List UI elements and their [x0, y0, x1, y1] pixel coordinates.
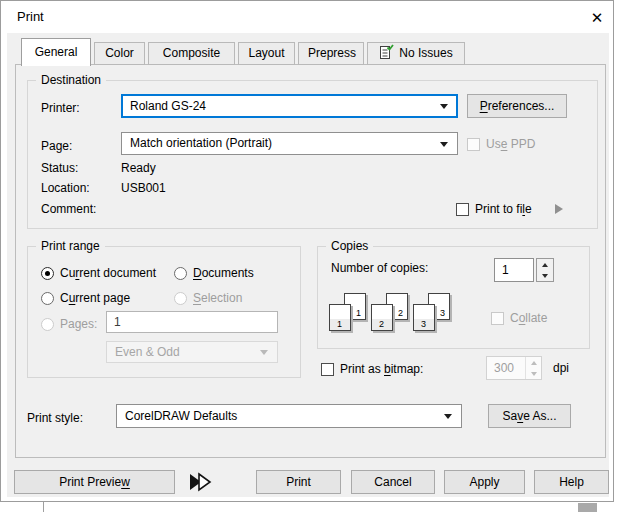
- close-icon[interactable]: ✕: [585, 6, 609, 30]
- tab-no-issues[interactable]: No Issues: [367, 42, 465, 65]
- radio-documents[interactable]: Documents: [174, 265, 254, 281]
- radio-dot: [174, 292, 187, 305]
- cancel-button[interactable]: Cancel: [351, 470, 435, 494]
- copies-legend: Copies: [326, 239, 373, 253]
- status-label: Status:: [41, 161, 78, 175]
- page-label: Page:: [41, 139, 72, 153]
- number-of-copies-label: Number of copies:: [331, 261, 428, 275]
- radio-dot[interactable]: [41, 267, 54, 280]
- chevron-down-icon: [260, 350, 268, 359]
- radio-dot[interactable]: [41, 292, 54, 305]
- help-button[interactable]: Help: [534, 470, 609, 494]
- print-to-file-checkbox[interactable]: Print to file: [456, 201, 532, 217]
- background-window-fragment: [578, 503, 597, 512]
- checkbox-box[interactable]: [456, 203, 469, 216]
- use-ppd-checkbox: Use PPD: [467, 136, 535, 152]
- save-as-button[interactable]: Save As...: [488, 404, 571, 428]
- print-style-label: Print style:: [27, 411, 83, 425]
- dialog-content: General Color Composite Layout Prepress …: [7, 33, 609, 497]
- tab-composite[interactable]: Composite: [148, 42, 235, 65]
- chevron-down-icon: [444, 414, 452, 423]
- copies-stepper[interactable]: 1: [494, 258, 554, 282]
- printer-select[interactable]: Roland GS-24: [121, 94, 458, 118]
- radio-pages: Pages:: [41, 316, 97, 332]
- print-range-legend: Print range: [36, 239, 105, 253]
- page-pair: 2 2: [371, 293, 409, 331]
- chevron-down-icon: [440, 104, 448, 113]
- checkbox-box[interactable]: [321, 363, 334, 376]
- issues-checklist-icon: [379, 44, 394, 67]
- pages-input[interactable]: 1: [106, 311, 278, 333]
- checkbox-box: [467, 138, 480, 151]
- comment-label: Comment:: [41, 202, 96, 216]
- status-value: Ready: [121, 161, 156, 175]
- radio-current-page[interactable]: Current page: [41, 290, 130, 306]
- spin-down-icon[interactable]: [537, 270, 553, 281]
- location-label: Location:: [41, 181, 90, 195]
- tab-general[interactable]: General: [21, 38, 91, 66]
- radio-dot: [41, 318, 54, 331]
- spin-buttons[interactable]: [536, 258, 554, 282]
- preferences-button[interactable]: Preferences...: [467, 94, 567, 118]
- destination-legend: Destination: [36, 73, 106, 87]
- dpi-stepper: 300: [486, 356, 542, 380]
- spin-buttons: [525, 357, 541, 379]
- uncollated-pages-icon: 1 1 2 2 3 3: [329, 293, 451, 331]
- print-style-select[interactable]: CorelDRAW Defaults: [116, 404, 462, 428]
- spin-down-icon: [526, 368, 541, 379]
- collate-checkbox: Collate: [491, 310, 547, 326]
- print-button[interactable]: Print: [256, 470, 341, 494]
- copies-input[interactable]: 1: [494, 258, 534, 282]
- dpi-label: dpi: [553, 361, 569, 375]
- title-bar: Print ✕: [1, 1, 613, 33]
- even-odd-select: Even & Odd: [106, 341, 278, 363]
- page-pair: 3 3: [413, 293, 451, 331]
- apply-button[interactable]: Apply: [444, 470, 525, 494]
- printer-label: Printer:: [41, 101, 80, 115]
- radio-selection: Selection: [174, 290, 242, 306]
- tab-prepress[interactable]: Prepress: [298, 42, 364, 65]
- spin-up-icon[interactable]: [537, 259, 553, 270]
- print-preview-button[interactable]: Print Preview: [14, 470, 175, 494]
- print-dialog: Print ✕ General Color Composite Layout P…: [0, 0, 614, 502]
- page-pair: 1 1: [329, 293, 367, 331]
- print-to-file-flyout-icon[interactable]: [555, 204, 568, 214]
- radio-dot[interactable]: [174, 267, 187, 280]
- print-as-bitmap-checkbox[interactable]: Print as bitmap:: [321, 361, 423, 377]
- tab-layout[interactable]: Layout: [238, 42, 295, 65]
- tab-color[interactable]: Color: [94, 42, 145, 65]
- expand-preview-icon[interactable]: [188, 471, 214, 493]
- page-orientation-select[interactable]: Match orientation (Portrait): [121, 132, 458, 155]
- chevron-down-icon: [440, 142, 448, 151]
- spin-up-icon: [526, 357, 541, 368]
- location-value: USB001: [121, 181, 166, 195]
- background-window-edge: [43, 502, 44, 512]
- checkbox-box: [491, 312, 504, 325]
- radio-current-document[interactable]: Current document: [41, 265, 156, 281]
- dialog-title: Print: [17, 9, 44, 24]
